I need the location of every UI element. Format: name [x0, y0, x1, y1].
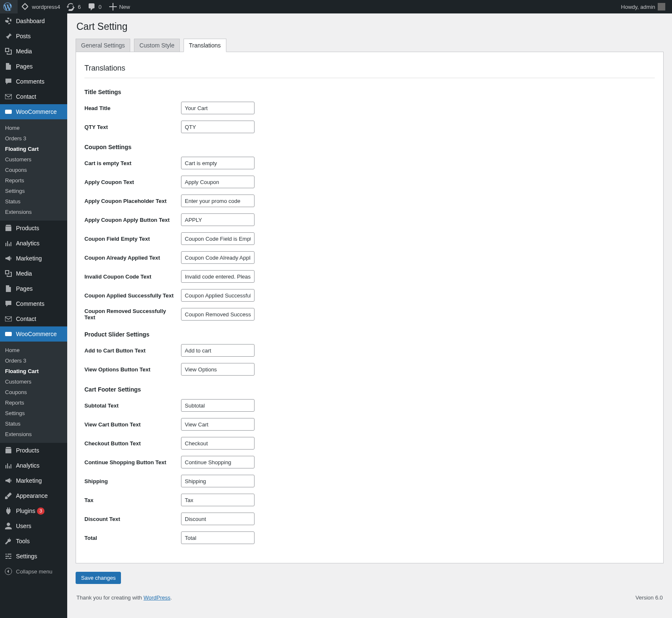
- menu-woocommerce-2[interactable]: WooCommerce: [0, 326, 67, 342]
- menu-analytics-2[interactable]: Analytics: [0, 458, 67, 473]
- input-total[interactable]: [181, 531, 255, 544]
- menu-contact-2[interactable]: Contact: [0, 311, 67, 326]
- label-coupon-already: Coupon Already Applied Text: [84, 255, 181, 261]
- woocommerce-icon: [4, 108, 13, 116]
- brush-icon: [4, 492, 13, 500]
- menu-media-2[interactable]: Media: [0, 266, 67, 281]
- menu-products[interactable]: Products: [0, 221, 67, 236]
- input-coupon-removed-ok[interactable]: [181, 308, 255, 321]
- avatar: [658, 3, 665, 11]
- input-apply-coupon-btn[interactable]: [181, 213, 255, 226]
- input-discount[interactable]: [181, 513, 255, 525]
- tabs-nav: General Settings Custom Style Translatio…: [76, 39, 664, 52]
- menu-settings[interactable]: Settings: [0, 549, 67, 564]
- input-cart-empty[interactable]: [181, 157, 255, 169]
- input-coupon-already[interactable]: [181, 251, 255, 264]
- site-link[interactable]: wordpress4: [18, 0, 63, 13]
- submenu-coupons[interactable]: Coupons: [0, 165, 67, 175]
- input-coupon-field-empty[interactable]: [181, 232, 255, 245]
- submenu-coupons-2[interactable]: Coupons: [0, 387, 67, 397]
- menu-plugins[interactable]: Plugins 3: [0, 503, 67, 518]
- submenu-customers-2[interactable]: Customers: [0, 376, 67, 387]
- menu-comments[interactable]: Comments: [0, 74, 67, 89]
- input-apply-coupon-placeholder[interactable]: [181, 195, 255, 207]
- admin-sidebar: Dashboard Posts Media Pages Comments Con…: [0, 0, 67, 618]
- input-continue-shopping[interactable]: [181, 456, 255, 468]
- input-checkout[interactable]: [181, 437, 255, 450]
- input-head-title[interactable]: [181, 102, 255, 114]
- submenu-status-2[interactable]: Status: [0, 418, 67, 429]
- tab-custom-style[interactable]: Custom Style: [134, 39, 180, 52]
- label-apply-coupon-placeholder: Apply Coupon Placeholder Text: [84, 198, 181, 204]
- page-icon: [4, 62, 13, 71]
- label-coupon-removed-ok: Coupon Removed Successfully Text: [84, 308, 181, 321]
- input-add-to-cart[interactable]: [181, 344, 255, 357]
- menu-analytics[interactable]: Analytics: [0, 236, 67, 251]
- menu-pages-2[interactable]: Pages: [0, 281, 67, 296]
- section-title: Translations: [84, 56, 655, 78]
- comments-link[interactable]: 0: [84, 0, 105, 13]
- input-view-cart[interactable]: [181, 418, 255, 431]
- submenu-settings-2[interactable]: Settings: [0, 408, 67, 418]
- plugins-badge: 3: [37, 508, 45, 515]
- menu-users[interactable]: Users: [0, 518, 67, 534]
- wordpress-link[interactable]: WordPress: [144, 594, 171, 601]
- orders-badge: 3: [23, 135, 26, 142]
- new-link[interactable]: New: [105, 0, 134, 13]
- label-cart-empty: Cart is empty Text: [84, 160, 181, 166]
- submenu-extensions-2[interactable]: Extensions: [0, 429, 67, 439]
- collapse-menu[interactable]: Collapse menu: [0, 564, 67, 579]
- updates-link[interactable]: 6: [63, 0, 84, 13]
- comments-icon: [4, 300, 13, 308]
- submenu-orders-2[interactable]: Orders 3: [0, 355, 67, 366]
- menu-contact[interactable]: Contact: [0, 89, 67, 104]
- submenu-home-2[interactable]: Home: [0, 345, 67, 355]
- input-qty-text[interactable]: [181, 121, 255, 133]
- new-label: New: [119, 4, 130, 10]
- label-discount: Discount Text: [84, 516, 181, 522]
- tab-translations[interactable]: Translations: [184, 39, 226, 52]
- menu-media[interactable]: Media: [0, 44, 67, 59]
- input-view-options[interactable]: [181, 363, 255, 376]
- input-apply-coupon[interactable]: [181, 176, 255, 188]
- subsection-title-settings: Title Settings: [84, 89, 655, 95]
- label-total: Total: [84, 535, 181, 541]
- menu-arrow-icon: [67, 331, 71, 337]
- pin-icon: [4, 32, 13, 40]
- submenu-reports[interactable]: Reports: [0, 175, 67, 186]
- menu-marketing-2[interactable]: Marketing: [0, 473, 67, 488]
- megaphone-icon: [4, 254, 13, 263]
- label-invalid-coupon: Invalid Coupon Code Text: [84, 273, 181, 280]
- submenu-home[interactable]: Home: [0, 123, 67, 133]
- menu-tools[interactable]: Tools: [0, 534, 67, 549]
- submenu-floating-cart-2[interactable]: Floating Cart: [0, 366, 67, 376]
- submenu-floating-cart[interactable]: Floating Cart: [0, 144, 67, 154]
- input-shipping[interactable]: [181, 475, 255, 487]
- input-subtotal[interactable]: [181, 399, 255, 412]
- footer-version: Version 6.0: [635, 594, 663, 601]
- menu-pages[interactable]: Pages: [0, 59, 67, 74]
- save-button[interactable]: Save changes: [76, 572, 121, 584]
- menu-dashboard[interactable]: Dashboard: [0, 13, 67, 29]
- menu-comments-2[interactable]: Comments: [0, 296, 67, 311]
- submenu-status[interactable]: Status: [0, 196, 67, 207]
- input-coupon-applied-ok[interactable]: [181, 289, 255, 302]
- submenu-orders[interactable]: Orders 3: [0, 133, 67, 144]
- menu-woocommerce[interactable]: WooCommerce: [0, 104, 67, 119]
- menu-products-2[interactable]: Products: [0, 443, 67, 458]
- input-tax[interactable]: [181, 494, 255, 506]
- menu-posts[interactable]: Posts: [0, 29, 67, 44]
- wrench-icon: [4, 537, 13, 545]
- howdy-link[interactable]: Howdy, admin: [618, 0, 669, 13]
- submenu-woocommerce-2: Home Orders 3 Floating Cart Customers Co…: [0, 342, 67, 443]
- input-invalid-coupon[interactable]: [181, 270, 255, 283]
- menu-appearance[interactable]: Appearance: [0, 488, 67, 503]
- submenu-customers[interactable]: Customers: [0, 154, 67, 165]
- submenu-reports-2[interactable]: Reports: [0, 397, 67, 408]
- menu-marketing[interactable]: Marketing: [0, 251, 67, 266]
- tab-general[interactable]: General Settings: [76, 39, 130, 52]
- collapse-icon: [4, 567, 13, 576]
- wp-logo-icon[interactable]: [0, 0, 18, 13]
- submenu-extensions[interactable]: Extensions: [0, 207, 67, 217]
- submenu-settings[interactable]: Settings: [0, 186, 67, 196]
